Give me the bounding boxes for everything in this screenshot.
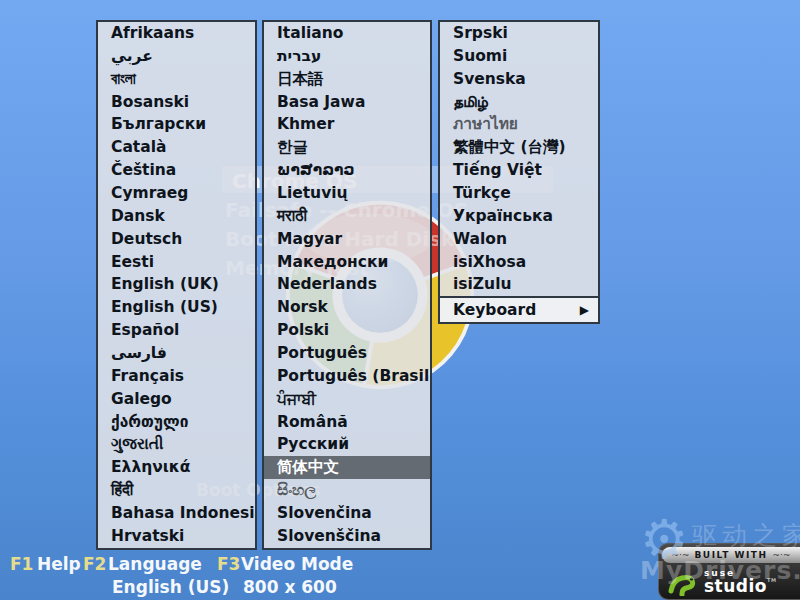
- menu-item[interactable]: සිංහල: [264, 479, 430, 502]
- built-with-suse-studio-badge: ~·~ BUILT WITH ~·~ suse studioTM: [658, 543, 800, 600]
- f3-key: F3: [217, 554, 240, 574]
- menu-item[interactable]: Українська: [440, 205, 598, 228]
- menu-item[interactable]: isiZulu: [440, 273, 598, 296]
- f1-help-label: Help: [37, 554, 81, 574]
- menu-item[interactable]: Basa Jawa: [264, 91, 430, 114]
- menu-item[interactable]: Tiếng Việt: [440, 159, 598, 182]
- current-resolution-value: 800 x 600: [243, 577, 337, 597]
- menu-item[interactable]: עברית: [264, 45, 430, 68]
- f3-video-mode-label: Video Mode: [241, 554, 353, 574]
- menu-item[interactable]: English (UK): [98, 273, 255, 296]
- menu-item[interactable]: Türkçe: [440, 182, 598, 205]
- menu-item[interactable]: Bahasa Indonesia: [98, 502, 255, 525]
- menu-item[interactable]: বাংলা: [98, 68, 255, 91]
- menu-item[interactable]: Walon: [440, 228, 598, 251]
- menu-item[interactable]: Română: [264, 411, 430, 434]
- menu-item[interactable]: فارسی: [98, 342, 255, 365]
- menu-item[interactable]: Polski: [264, 319, 430, 342]
- language-menu-column-3: SrpskiSuomiSvenskaதமிழ்ภาษาไทย繁體中文 (台灣)T…: [438, 20, 600, 324]
- menu-item[interactable]: ਪੰਜਾਬੀ: [264, 388, 430, 411]
- menu-item[interactable]: English (US): [98, 296, 255, 319]
- f1-key: F1: [10, 554, 33, 574]
- menu-item-keyboard[interactable]: Keyboard ▶: [440, 296, 598, 322]
- menu-item[interactable]: Bosanski: [98, 91, 255, 114]
- menu-item[interactable]: 简体中文: [264, 456, 430, 479]
- suse-geeko-icon: [667, 568, 697, 596]
- menu-item[interactable]: Deutsch: [98, 228, 255, 251]
- f2-key: F2: [83, 554, 106, 574]
- menu-item[interactable]: 繁體中文 (台灣): [440, 136, 598, 159]
- menu-item[interactable]: ພາສາລາວ: [264, 159, 430, 182]
- built-with-band: ~·~ BUILT WITH ~·~: [662, 547, 800, 563]
- menu-item[interactable]: தமிழ்: [440, 91, 598, 114]
- menu-item[interactable]: عربي: [98, 45, 255, 68]
- menu-item[interactable]: ગુજરાતી: [98, 433, 255, 456]
- menu-item[interactable]: ภาษาไทย: [440, 113, 598, 136]
- menu-item[interactable]: Slovenščina: [264, 525, 430, 548]
- submenu-arrow-icon: ▶: [580, 298, 589, 322]
- menu-item[interactable]: Русский: [264, 433, 430, 456]
- menu-item[interactable]: 日本語: [264, 68, 430, 91]
- keyboard-label: Keyboard: [453, 298, 536, 322]
- menu-item[interactable]: Français: [98, 365, 255, 388]
- menu-item[interactable]: मराठी: [264, 205, 430, 228]
- menu-item[interactable]: Македонски: [264, 251, 430, 274]
- menu-item[interactable]: Català: [98, 136, 255, 159]
- menu-item[interactable]: Khmer: [264, 113, 430, 136]
- menu-item[interactable]: Svenska: [440, 68, 598, 91]
- menu-item[interactable]: Nederlands: [264, 273, 430, 296]
- menu-item[interactable]: isiXhosa: [440, 251, 598, 274]
- boot-screen: Chrome OS Failsafe -- Chrome OS Boot fro…: [0, 0, 800, 600]
- menu-item[interactable]: Hrvatski: [98, 525, 255, 548]
- f2-language-label: Language: [108, 554, 202, 574]
- flourish-right-icon: ~·~: [772, 550, 790, 560]
- flourish-left-icon: ~·~: [672, 550, 690, 560]
- suse-studio-wordmark: suse studioTM: [704, 569, 776, 595]
- menu-item[interactable]: Ελληνικά: [98, 456, 255, 479]
- menu-item[interactable]: Cymraeg: [98, 182, 255, 205]
- menu-item[interactable]: Português: [264, 342, 430, 365]
- menu-item[interactable]: Magyar: [264, 228, 430, 251]
- menu-item[interactable]: Norsk: [264, 296, 430, 319]
- menu-item[interactable]: Galego: [98, 388, 255, 411]
- menu-item[interactable]: Português (Brasil): [264, 365, 430, 388]
- menu-item[interactable]: Slovenčina: [264, 502, 430, 525]
- built-with-label: BUILT WITH: [695, 550, 768, 560]
- menu-item[interactable]: Italiano: [264, 22, 430, 45]
- language-menu-column-2: Italianoעברית日本語Basa JawaKhmer한글ພາສາລາວL…: [262, 20, 432, 550]
- menu-item[interactable]: Dansk: [98, 205, 255, 228]
- menu-item[interactable]: Afrikaans: [98, 22, 255, 45]
- menu-item[interactable]: 한글: [264, 136, 430, 159]
- menu-item[interactable]: ქართული: [98, 411, 255, 434]
- menu-item[interactable]: हिंदी: [98, 479, 255, 502]
- menu-item[interactable]: Suomi: [440, 45, 598, 68]
- menu-item[interactable]: Español: [98, 319, 255, 342]
- language-menu-column-1: AfrikaansعربيবাংলাBosanskiБългарскиCatal…: [96, 20, 257, 550]
- menu-item[interactable]: Eesti: [98, 251, 255, 274]
- current-language-value: English (US): [112, 577, 229, 597]
- studio-label: studioTM: [704, 578, 776, 595]
- menu-item[interactable]: Čeština: [98, 159, 255, 182]
- menu-item[interactable]: Lietuvių: [264, 182, 430, 205]
- menu-item[interactable]: Български: [98, 113, 255, 136]
- menu-item[interactable]: Srpski: [440, 22, 598, 45]
